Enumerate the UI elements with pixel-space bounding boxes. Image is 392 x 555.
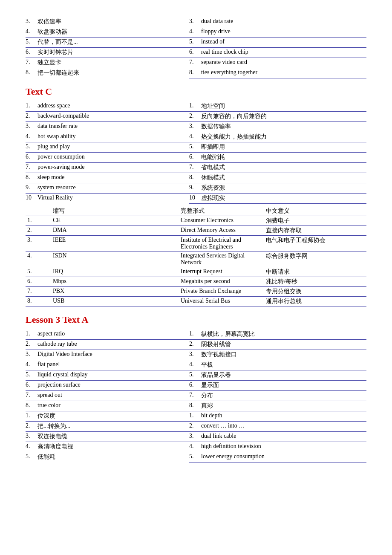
list-item: 5. liquid crystal display	[26, 370, 189, 381]
list-item: 2. convert … into …	[189, 422, 366, 432]
item-text: plug and play	[37, 143, 189, 150]
item-text: real time clock chip	[201, 49, 366, 55]
list-item: 3. 双倍速率	[26, 17, 189, 27]
abbr-cn: 综合服务数字网	[264, 251, 366, 267]
item-text: Virtual Reality	[37, 194, 189, 201]
list-item: 8. 把一切都连起来	[26, 68, 189, 78]
list-item: 4. floppy drive	[189, 27, 366, 38]
abbr-row: 6. Mbps Megabits per second 兆比特/每秒	[26, 277, 366, 287]
item-number: 3.	[189, 123, 201, 130]
list-item: 4. 高清晰度电视	[26, 442, 189, 452]
item-number: 5.	[26, 371, 37, 378]
list-item: 2. 阴极射线管	[189, 340, 366, 350]
abbr-num: 8.	[26, 297, 51, 306]
item-number: 6.	[189, 382, 201, 388]
lesson3-section: Lesson 3 Text A 1. aspect ratio 2. catho…	[26, 314, 366, 462]
item-text: power consumption	[37, 153, 189, 160]
abbr-col-abbr: 缩写	[51, 206, 179, 216]
item-number: 5.	[189, 143, 201, 150]
list-item: 3. data transfer rate	[26, 122, 189, 132]
abbr-full: Universal Serial Bus	[179, 297, 264, 306]
item-number: 2.	[189, 113, 201, 119]
item-number: 2.	[26, 341, 37, 347]
item-number: 3.	[26, 351, 37, 358]
item-number: 6.	[26, 153, 37, 160]
list-item: 8. 真彩	[189, 401, 366, 411]
abbr-num: 4.	[26, 251, 51, 267]
abbr-cn: 消费电子	[264, 216, 366, 226]
item-number: 3.	[189, 433, 201, 439]
item-number: 4.	[189, 361, 201, 368]
item-number: 6.	[189, 153, 201, 160]
list-item: 1. 纵横比，屏幕高宽比	[189, 330, 366, 340]
list-item: 2. cathode ray tube	[26, 340, 189, 350]
item-number: 4.	[189, 443, 201, 450]
list-item: 4. 平板	[189, 360, 366, 370]
item-text: 虚拟现实	[201, 194, 366, 202]
item-number: 2.	[189, 422, 201, 429]
list-item: 10 Virtual Reality	[26, 194, 189, 204]
item-text: 代替，而不是...	[37, 38, 189, 46]
abbr-cn: 中断请求	[264, 267, 366, 277]
abbr-row: 8. USB Universal Serial Bus 通用串行总线	[26, 297, 366, 306]
abbr-row: 5. IRQ Interrupt Request 中断请求	[26, 267, 366, 277]
item-text: 低能耗	[37, 453, 189, 461]
abbr-row: 3. IEEE Institute of Electrical and Elec…	[26, 236, 366, 251]
abbr-row: 7. PBX Private Branch Exchange 专用分组交换	[26, 287, 366, 297]
item-text: 液晶显示器	[201, 371, 366, 379]
text-c-two-col: 1. address space 2. backward-compatible …	[26, 101, 366, 204]
item-text: bit depth	[201, 412, 366, 419]
item-number: 6.	[26, 49, 37, 55]
list-item: 8. 休眠模式	[189, 173, 366, 183]
list-item: 1. bit depth	[189, 411, 366, 422]
abbreviation-table: 缩写 完整形式 中文意义 1. CE Consumer Electronics …	[26, 206, 366, 306]
item-text: 把...转换为...	[37, 422, 189, 430]
list-item: 6. real time clock chip	[189, 48, 366, 58]
item-text: cathode ray tube	[37, 341, 189, 347]
item-text: 系统资源	[201, 184, 366, 192]
list-item: 3. 数据传输率	[189, 122, 366, 132]
item-number: 1.	[26, 412, 37, 419]
abbr-row: 1. CE Consumer Electronics 消费电子	[26, 216, 366, 226]
list-item: 10 虚拟现实	[189, 194, 366, 204]
abbr-row: 2. DMA Direct Memory Access 直接内存存取	[26, 226, 366, 236]
item-number: 2.	[26, 422, 37, 429]
list-item: 5. 即插即用	[189, 142, 366, 153]
item-number: 1.	[189, 412, 201, 419]
list-item: 1. 地址空间	[189, 101, 366, 112]
abbr-num: 2.	[26, 226, 51, 236]
item-text: instead of	[201, 38, 366, 45]
list-item: 6. 显示面	[189, 381, 366, 391]
item-number: 1.	[189, 330, 201, 337]
list-item: 9. system resource	[26, 183, 189, 194]
list-item: 3. Digital Video Interface	[26, 350, 189, 360]
list-item: 7. spread out	[26, 391, 189, 401]
top-col-right: 3. dual data rate 4. floppy drive 5. ins…	[189, 17, 366, 78]
item-text: separate video card	[201, 59, 366, 66]
item-text: floppy drive	[201, 28, 366, 35]
list-item: 2. 把...转换为...	[26, 422, 189, 432]
item-number: 7.	[189, 59, 201, 66]
item-text: backward-compatible	[37, 113, 189, 119]
list-item: 4. flat panel	[26, 360, 189, 370]
abbr-short: DMA	[51, 226, 179, 236]
item-text: high definition television	[201, 443, 366, 450]
abbr-full: Integrated Services Digital Network	[179, 251, 264, 267]
item-text: 实时时钟芯片	[37, 49, 189, 56]
list-item: 8. true color	[26, 401, 189, 411]
item-number: 8.	[26, 174, 37, 181]
list-item: 6. projection surface	[26, 381, 189, 391]
abbr-short: USB	[51, 297, 179, 306]
item-number: 10	[26, 194, 37, 201]
lesson3-col-right: 1. 纵横比，屏幕高宽比 2. 阴极射线管 3. 数字视频接口 4. 平板 5.…	[189, 330, 366, 462]
list-item: 1. 位深度	[26, 411, 189, 422]
abbr-cn: 兆比特/每秒	[264, 277, 366, 287]
item-text: 数字视频接口	[201, 351, 366, 358]
item-text: aspect ratio	[37, 330, 189, 337]
item-text: 地址空间	[201, 102, 366, 110]
item-number: 4.	[26, 28, 37, 35]
list-item: 9. 系统资源	[189, 183, 366, 194]
abbr-cn: 通用串行总线	[264, 297, 366, 306]
text-c-col-right: 1. 地址空间 2. 反向兼容的，向后兼容的 3. 数据传输率 4. 热交换能力…	[189, 101, 366, 204]
list-item: 6. 实时时钟芯片	[26, 48, 189, 58]
